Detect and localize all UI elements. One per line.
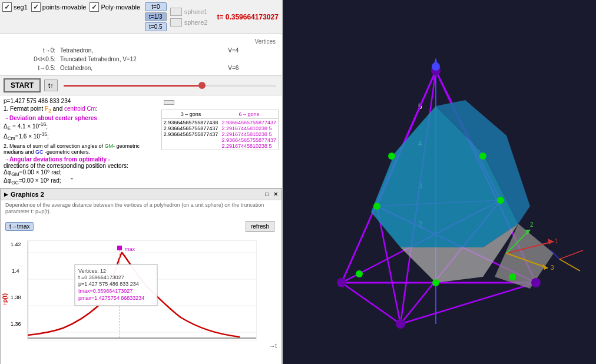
svg-text:1: 1	[555, 238, 558, 244]
row2-label: 0<t<0.5:	[5, 55, 57, 63]
svg-point-59	[479, 153, 486, 160]
y-tick-14: 1.4	[12, 268, 19, 274]
seg1-checkbox-item: ✓ seg1	[2, 2, 28, 12]
delta-cm-line: ΔCm=1.6 × 10-35;	[4, 131, 157, 141]
svg-point-62	[356, 270, 363, 277]
svg-text:0.4: 0.4	[122, 339, 130, 340]
x-axis-label: →t	[27, 343, 277, 349]
svg-text:max: max	[125, 246, 135, 252]
svg-text:2: 2	[530, 221, 534, 228]
seg1-checkbox[interactable]: ✓	[2, 2, 12, 12]
phi-gm-line: ΔφGM=0.00 × 10⁰ rad;	[4, 169, 157, 177]
3d-scene-svg: 5 4 3 2	[283, 0, 596, 364]
vertices-header: Vertices	[226, 38, 277, 45]
graphics2-title: Graphics 2	[11, 191, 263, 198]
svg-text:3: 3	[551, 264, 554, 271]
row3-name: Octahedron,	[58, 64, 225, 72]
means-line: 2. Means of sum of all correction angles…	[4, 143, 157, 155]
minimize-icon[interactable]: □	[265, 191, 269, 197]
gons-6-col: 2.93664565755877437 2.29167445810238 5 2…	[220, 119, 278, 150]
vertices-table: Vertices t→0: Tetrahedron, V=4 0<t<0.5: …	[4, 37, 279, 73]
poly-movable-item: ✓ Poly-movable	[90, 2, 140, 12]
row1-v: V=4	[226, 47, 277, 54]
refresh-button[interactable]: refresh	[246, 221, 274, 232]
sphere1-color-box	[170, 8, 182, 16]
svg-point-60	[388, 153, 395, 160]
triangle-expand-icon[interactable]: ▶	[4, 191, 8, 197]
sphere2-color-box	[170, 18, 182, 27]
chart-description: Dependence of the average distance betwe…	[1, 200, 282, 217]
row1-label: t→0:	[5, 47, 57, 54]
y-axis-label: ↑p(t)	[1, 291, 9, 308]
fermat-line: 1. Fermat point F2 and centroid Cm:	[4, 105, 157, 114]
angular-header: →Angular deviations from optimality -	[4, 156, 157, 163]
row2-name: Truncated Tetrahedron, V=12	[58, 55, 225, 63]
start-button[interactable]: START	[4, 78, 41, 92]
chart-svg: max Vertices: 12 t =0.359664173027 p=1.4…	[27, 240, 257, 340]
t13-button[interactable]: t=1/3	[145, 12, 167, 21]
directions-line: directions of the corresponding position…	[4, 163, 157, 169]
poly-movable-checkbox[interactable]: ✓	[90, 2, 99, 12]
y-tick-138: 1.38	[11, 294, 21, 300]
svg-text:0.5: 0.5	[160, 339, 168, 340]
points-movable-label: points-movable	[42, 4, 87, 11]
svg-point-64	[337, 278, 346, 287]
t05-button[interactable]: t=0.5	[145, 22, 167, 31]
gons-6-header: 6 – gons	[220, 110, 278, 118]
find-max-p-button[interactable]	[164, 100, 174, 105]
svg-point-65	[531, 278, 541, 287]
svg-point-55	[432, 279, 439, 286]
graphics2-section: ▶ Graphics 2 □ ✕ Dependence of the avera…	[0, 188, 282, 364]
svg-text:t =0.359664173027: t =0.359664173027	[78, 274, 124, 280]
svg-point-57	[497, 197, 504, 204]
sphere2-label: sphere2	[184, 19, 208, 26]
sphere1-label: sphere1	[184, 8, 208, 15]
svg-text:pmax=1.4275754 86833234: pmax=1.4275754 86833234	[78, 295, 144, 301]
seg1-label: seg1	[14, 4, 28, 11]
svg-text:0.3: 0.3	[84, 339, 91, 340]
phi-gc-line: ΔφGC=0.00 × 10⁰ rad; "	[4, 177, 157, 186]
points-movable-item: ✓ points-movable	[31, 2, 87, 12]
svg-text:Vertices: 12: Vertices: 12	[78, 268, 106, 274]
poly-movable-label: Poly-movable	[101, 4, 140, 11]
row3-label: t→0.5:	[5, 64, 57, 72]
delta-e-line: ΔE = 4.1 × 10-16;	[4, 121, 157, 131]
p-value-display: p=1.427 575 486 833 234	[4, 98, 157, 104]
svg-text:p=1.427 575 486 833 234: p=1.427 575 486 833 234	[78, 281, 139, 287]
graphics2-header: ▶ Graphics 2 □ ✕	[1, 189, 282, 200]
3d-visualization-panel: 5 4 3 2	[283, 0, 596, 364]
row3-v: V=6	[226, 64, 277, 72]
svg-point-56	[373, 203, 380, 210]
svg-point-67	[432, 62, 440, 71]
svg-text:tmax=0.359664173027: tmax=0.359664173027	[78, 288, 133, 294]
t-display-value: t= 0.359664173027	[217, 13, 278, 21]
y-tick-136: 1.36	[11, 321, 21, 327]
deviation-header: →Deviation about center spheres	[4, 115, 157, 121]
y-tick-142: 1.42	[11, 241, 21, 247]
points-movable-checkbox[interactable]: ✓	[31, 2, 41, 12]
t-increment-button[interactable]: t↑	[44, 80, 58, 91]
gons-3-col: 2.93664565755877438 2.93664565755877437 …	[162, 119, 220, 150]
t-tmax-button[interactable]: t→tmax	[5, 222, 34, 231]
gons-3-header: 3 – gons	[162, 110, 220, 118]
svg-rect-6	[117, 246, 122, 250]
slider-thumb[interactable]	[198, 82, 206, 89]
svg-point-61	[509, 273, 516, 280]
svg-text:0.6: 0.6	[198, 339, 206, 340]
svg-text:0.2: 0.2	[45, 339, 53, 340]
close-icon[interactable]: ✕	[273, 191, 278, 197]
t0-button[interactable]: t=0	[145, 2, 167, 11]
row1-name: Tetrahedron,	[58, 47, 225, 54]
svg-point-66	[396, 319, 405, 329]
